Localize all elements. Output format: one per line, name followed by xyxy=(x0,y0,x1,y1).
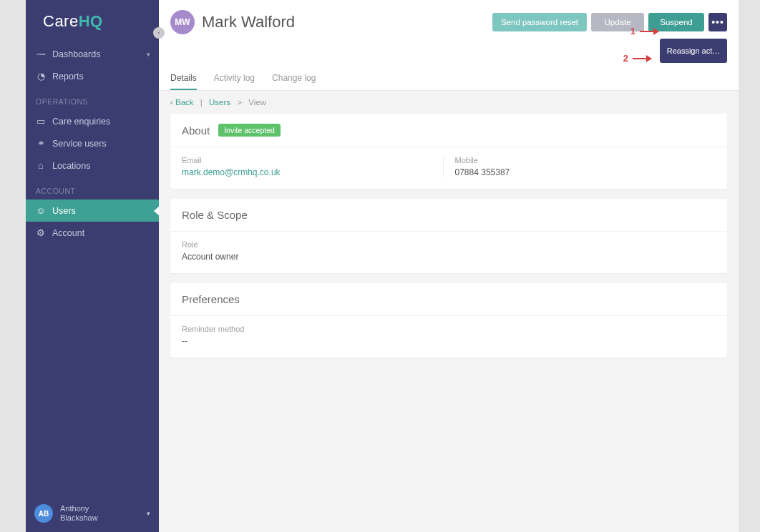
chevron-left-icon: ‹ xyxy=(158,29,160,36)
tab-change-log[interactable]: Change log xyxy=(272,73,316,90)
sidebar-item-label: Care enquiries xyxy=(52,117,110,127)
sidebar-nav: ⁓ Dashboards ▾ ◔ Reports OPERATIONS ▭ Ca… xyxy=(26,43,159,495)
sidebar-heading-operations: OPERATIONS xyxy=(26,87,159,110)
email-value[interactable]: mark.demo@crmhq.co.uk xyxy=(182,167,443,177)
reminder-method-value: -- xyxy=(182,336,716,346)
logo[interactable]: CareHQ xyxy=(26,0,159,43)
breadcrumb: ‹ Back | Users > View xyxy=(159,91,739,114)
sidebar-item-label: Dashboards xyxy=(52,49,100,59)
tab-activity-log[interactable]: Activity log xyxy=(214,73,255,90)
reassign-account-button[interactable]: Reassign act… xyxy=(660,39,727,63)
sidebar-item-users[interactable]: ☺ Users xyxy=(26,200,159,222)
reminder-method-label: Reminder method xyxy=(182,325,716,333)
chevron-left-icon: ‹ xyxy=(170,98,173,107)
collapse-sidebar-button[interactable]: ‹ xyxy=(153,27,165,39)
breadcrumb-current: View xyxy=(248,98,266,107)
sidebar-item-label: Account xyxy=(52,228,84,238)
card-preferences: Preferences Reminder method -- xyxy=(170,283,727,358)
clock-icon: ◔ xyxy=(36,71,46,82)
sidebar-item-service-users[interactable]: ⚭ Service users xyxy=(26,132,159,154)
sidebar-item-label: Locations xyxy=(52,161,91,171)
role-value: Account owner xyxy=(182,252,716,262)
pulse-icon: ⁓ xyxy=(36,49,46,59)
mobile-value: 07884 355387 xyxy=(455,167,716,177)
card-role-title: Role & Scope xyxy=(182,209,248,221)
breadcrumb-users[interactable]: Users xyxy=(209,98,230,107)
user-avatar: MW xyxy=(170,10,195,34)
update-button[interactable]: Update xyxy=(591,13,644,31)
breadcrumb-back[interactable]: ‹ Back xyxy=(170,98,194,107)
logo-text-hq: HQ xyxy=(79,12,103,30)
sidebar-item-account[interactable]: ⚙ Account xyxy=(26,222,159,244)
people-icon: ⚭ xyxy=(36,138,46,149)
footer-user-last: Blackshaw xyxy=(60,513,98,523)
suspend-button[interactable]: Suspend xyxy=(648,13,704,31)
main-content: 1 2 MW Mark Walford Send password reset … xyxy=(159,0,739,532)
send-password-reset-button[interactable]: Send password reset xyxy=(492,13,587,31)
sidebar: CareHQ ‹ ⁓ Dashboards ▾ ◔ Reports OPERAT… xyxy=(26,0,159,532)
sidebar-footer-user[interactable]: AB Anthony Blackshaw ▾ xyxy=(26,495,159,532)
footer-user-first: Anthony xyxy=(60,504,98,513)
role-label: Role xyxy=(182,240,716,249)
avatar: AB xyxy=(34,504,53,523)
sidebar-item-label: Service users xyxy=(52,139,107,149)
home-icon: ⌂ xyxy=(36,160,46,171)
sidebar-item-care-enquiries[interactable]: ▭ Care enquiries xyxy=(26,110,159,132)
sidebar-item-label: Users xyxy=(52,206,76,216)
tabs: Details Activity log Change log xyxy=(159,63,739,91)
more-actions-button[interactable]: ••• xyxy=(708,13,727,31)
sidebar-heading-account: ACCOUNT xyxy=(26,177,159,200)
chevron-down-icon: ▾ xyxy=(147,510,150,517)
mobile-label: Mobile xyxy=(455,156,716,164)
tab-details[interactable]: Details xyxy=(170,73,197,90)
logo-text-care: Care xyxy=(43,12,79,30)
card-about-title: About xyxy=(182,124,210,137)
sidebar-item-dashboards[interactable]: ⁓ Dashboards ▾ xyxy=(26,43,159,65)
user-icon: ☺ xyxy=(36,205,46,216)
chat-icon: ▭ xyxy=(36,116,46,127)
card-prefs-title: Preferences xyxy=(182,293,240,305)
invite-status-badge: Invite accepted xyxy=(218,124,281,137)
page-header: MW Mark Walford Send password reset Upda… xyxy=(159,0,739,34)
card-about: About Invite accepted Email mark.demo@cr… xyxy=(170,114,727,189)
chevron-down-icon: ▾ xyxy=(147,51,150,58)
sidebar-item-reports[interactable]: ◔ Reports xyxy=(26,65,159,87)
email-label: Email xyxy=(182,156,443,164)
gear-icon: ⚙ xyxy=(36,227,46,238)
page-title: Mark Walford xyxy=(202,13,485,31)
ellipsis-icon: ••• xyxy=(711,16,724,28)
sidebar-item-locations[interactable]: ⌂ Locations xyxy=(26,154,159,177)
card-role-scope: Role & Scope Role Account owner xyxy=(170,199,727,273)
sidebar-item-label: Reports xyxy=(52,72,84,82)
